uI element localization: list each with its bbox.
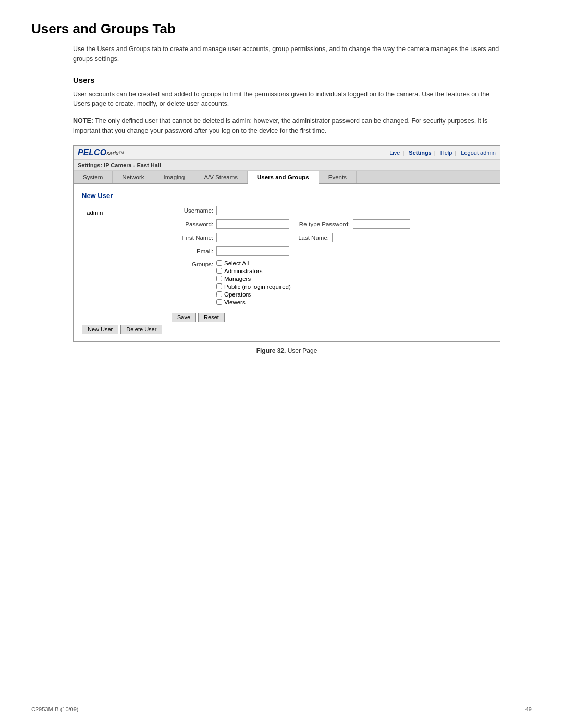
figure-caption: Figure 32. User Page [73, 347, 500, 354]
group-select-all-checkbox[interactable] [216, 260, 222, 266]
group-select-all-label: Select All [224, 260, 249, 266]
first-name-label: First Name: [172, 235, 213, 241]
user-list-item-admin[interactable]: admin [84, 208, 163, 217]
tab-network[interactable]: Network [113, 171, 154, 183]
group-managers-checkbox[interactable] [216, 276, 222, 281]
user-action-buttons: New User Delete User [82, 325, 165, 334]
group-administrators-row: Administrators [216, 268, 291, 274]
pelco-brand: PELCO [78, 148, 106, 157]
groups-label: Groups: [172, 260, 213, 267]
password-label: Password: [172, 221, 213, 227]
email-row: Email: [172, 246, 492, 256]
new-user-title: New User [82, 192, 492, 200]
figure-caption-text: User Page [286, 347, 317, 354]
browser-topbar: PELCO sarix™ Live | Settings | Help | Lo… [74, 146, 500, 160]
note-content: The only defined user that cannot be del… [73, 117, 487, 134]
group-public-label: Public (no login required) [224, 283, 291, 290]
form-panel: Username: Password: Re-type Password: Fi… [172, 206, 492, 334]
section-body-users: User accounts can be created and added t… [73, 90, 500, 109]
retype-password-input[interactable] [353, 219, 410, 229]
logout-link[interactable]: Logout admin [461, 150, 496, 156]
tab-content: New User admin New User Delete User User… [74, 184, 500, 341]
username-label: Username: [172, 207, 213, 214]
content-layout: admin New User Delete User Username: Pas… [82, 206, 492, 334]
password-input[interactable] [216, 219, 289, 229]
group-viewers-checkbox[interactable] [216, 299, 222, 305]
email-input[interactable] [216, 246, 289, 256]
save-button[interactable]: Save [172, 313, 196, 322]
group-managers-label: Managers [224, 276, 251, 282]
group-public-row: Public (no login required) [216, 283, 291, 290]
tab-system[interactable]: System [74, 171, 113, 183]
reset-button[interactable]: Reset [198, 313, 225, 322]
tab-users-and-groups[interactable]: Users and Groups [248, 171, 319, 184]
user-list: admin [82, 206, 165, 320]
topbar-links: Live | Settings | Help | Logout admin [387, 150, 496, 156]
groups-section: Groups: Select All Administrators Man [172, 260, 492, 305]
group-select-all-row: Select All [216, 260, 291, 266]
footer-left: C2953M-B (10/09) [31, 706, 79, 712]
first-name-input[interactable] [216, 233, 289, 242]
group-operators-checkbox[interactable] [216, 291, 222, 297]
retype-password-label: Re-type Password: [292, 221, 350, 227]
nav-tabs: System Network Imaging A/V Streams Users… [74, 171, 500, 184]
tab-av-streams[interactable]: A/V Streams [194, 171, 248, 183]
figure-caption-label: Figure 32. [256, 347, 286, 354]
form-buttons: Save Reset [172, 313, 492, 322]
note-label: NOTE: [73, 117, 93, 125]
live-link[interactable]: Live [389, 150, 400, 156]
footer-right: 49 [525, 706, 532, 712]
last-name-label: Last Name: [292, 235, 329, 241]
user-list-panel: admin New User Delete User [82, 206, 165, 334]
help-link[interactable]: Help [440, 150, 452, 156]
email-label: Email: [172, 248, 213, 254]
username-row: Username: [172, 206, 492, 215]
group-managers-row: Managers [216, 276, 291, 282]
tab-imaging[interactable]: Imaging [154, 171, 195, 183]
settings-link[interactable]: Settings [409, 150, 431, 156]
separator2: | [434, 150, 436, 156]
note-paragraph: NOTE: The only defined user that cannot … [73, 116, 500, 136]
delete-user-button[interactable]: Delete User [120, 325, 162, 334]
sarix-text: sarix™ [106, 150, 124, 156]
separator1: | [402, 150, 404, 156]
footer: C2953M-B (10/09) 49 [31, 706, 532, 712]
page-title: Users and Groups Tab [31, 21, 532, 37]
password-row: Password: Re-type Password: [172, 219, 492, 229]
tab-events[interactable]: Events [319, 171, 357, 183]
group-viewers-row: Viewers [216, 299, 291, 305]
separator3: | [455, 150, 456, 156]
group-viewers-label: Viewers [224, 299, 246, 305]
last-name-input[interactable] [332, 233, 389, 242]
breadcrumb: Settings: IP Camera - East Hall [74, 160, 500, 171]
group-administrators-checkbox[interactable] [216, 268, 222, 274]
username-input[interactable] [216, 206, 289, 215]
name-row: First Name: Last Name: [172, 233, 492, 242]
groups-options: Select All Administrators Managers [216, 260, 291, 305]
new-user-button[interactable]: New User [82, 325, 118, 334]
group-public-checkbox[interactable] [216, 283, 222, 289]
pelco-logo: PELCO sarix™ [78, 148, 124, 157]
section-heading-users: Users [73, 76, 532, 84]
intro-text: Use the Users and Groups tab to create a… [73, 44, 500, 64]
group-operators-row: Operators [216, 291, 291, 298]
group-operators-label: Operators [224, 291, 251, 298]
group-administrators-label: Administrators [224, 268, 263, 274]
browser-frame: PELCO sarix™ Live | Settings | Help | Lo… [73, 145, 500, 342]
